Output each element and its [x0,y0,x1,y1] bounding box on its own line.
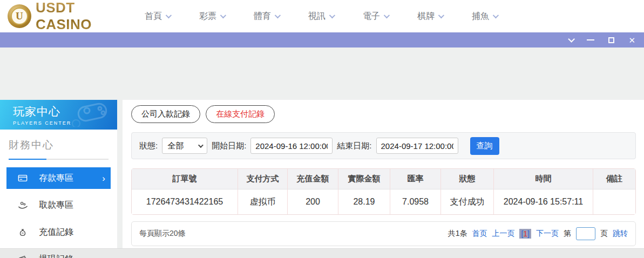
finance-section: 財務中心 [0,130,117,160]
pagination: 共1条 首页 上一页 [1] 下一页 第 页 跳转 [448,227,628,240]
nav-item-label: 電子 [363,11,380,22]
chevron-down-icon [329,12,335,18]
table-row: 1726473431422165 虚拟币 200 28.19 7.0958 支付… [132,189,635,214]
current-page-indicator: [1] [519,229,531,239]
chevron-down-icon [220,12,226,18]
sidebar-item-withdraw[interactable]: 取款專區 [0,194,117,216]
sidebar-header: 玩家中心 PLAYERS CENTER [0,100,117,130]
coin-letter: U [11,8,28,25]
first-page-link[interactable]: 首页 [472,229,487,239]
current-page-number: 1 [523,229,527,238]
window-collapse-icon[interactable] [568,36,575,43]
records-table: 訂單號 支付方式 充值金額 實際金額 匯率 狀態 時間 備註 172647343… [131,168,636,215]
end-date-label: 結束日期: [337,141,371,151]
chevron-down-icon [493,12,499,18]
tab-online-payment-record[interactable]: 在線支付記錄 [206,105,275,123]
sidebar-item-deposit[interactable]: 存款專區 › [6,167,111,189]
end-date-input[interactable] [376,138,458,154]
wallet-icon [17,254,28,258]
window-maximize-icon[interactable] [608,37,614,43]
sidebar-item-label: 充值記錄 [39,227,73,238]
sidebar-item-label: 存款專區 [39,173,73,184]
empty-banner-area [0,47,644,100]
main-nav: 首頁 彩票 體育 視訊 電子 棋牌 捕魚 [145,11,497,22]
chevron-right-icon: › [102,174,105,183]
filter-bar: 狀態: 全部 開始日期: 結束日期: 查詢 [131,132,636,159]
nav-item-label: 視訊 [308,11,326,22]
sidebar-menu: 存款專區 › 取款專區 充值記錄 提現記錄 [0,167,117,258]
window-minimize-icon[interactable] [587,39,594,40]
chevron-down-icon [166,12,172,18]
prev-page-link[interactable]: 上一页 [492,229,514,239]
cell-rate: 7.0958 [390,189,440,214]
sidebar: 玩家中心 PLAYERS CENTER 財務中心 存款專區 › 取款專區 [0,100,117,248]
bank-card-icon [17,173,28,184]
col-header-actual-amount: 實際金額 [338,169,390,189]
start-date-label: 開始日期: [212,141,246,151]
start-date-input[interactable] [250,138,333,154]
cell-remark [593,189,635,214]
section-underline [9,159,109,160]
chevron-down-icon [384,12,390,18]
sidebar-item-withdraw-record[interactable]: 提現記錄 [0,248,117,258]
bracket-close: ] [527,229,530,238]
search-button[interactable]: 查詢 [470,137,499,155]
logo[interactable]: U USDT CASINO [0,0,135,33]
col-header-time: 時間 [493,169,593,189]
cell-time: 2024-09-16 15:57:11 [493,189,593,214]
status-select-value: 全部 [167,141,184,151]
record-tabs: 公司入款記錄 在線支付記錄 [131,105,636,123]
sidebar-divider [117,100,123,248]
tab-company-deposit-record[interactable]: 公司入款記錄 [131,105,200,123]
jump-prefix-label: 第 [564,229,571,239]
finance-section-title: 財務中心 [9,138,109,159]
money-bag-icon [17,227,28,237]
cell-status: 支付成功 [440,189,493,214]
next-page-link[interactable]: 下一页 [536,229,559,239]
cell-pay-method: 虚拟币 [238,189,287,214]
nav-item-label: 體育 [254,11,271,22]
chevron-down-icon [438,12,444,18]
col-header-recharge-amount: 充值金額 [287,169,338,189]
nav-item-slots[interactable]: 電子 [363,11,388,22]
cell-order-no: 1726473431422165 [132,189,238,214]
page-size-text: 每頁顯示20條 [139,229,186,239]
nav-item-sports[interactable]: 體育 [254,11,279,22]
page-jump-input[interactable] [576,227,595,240]
col-header-status: 狀態 [440,169,493,189]
hand-money-icon [17,200,28,211]
col-header-rate: 匯率 [390,169,440,189]
cell-recharge-amount: 200 [287,189,338,214]
nav-item-label: 棋牌 [417,11,435,22]
jump-suffix-label: 页 [600,229,608,239]
gamepad-icon [69,102,112,127]
window-close-icon[interactable]: ✕ [628,36,635,44]
logo-text: USDT CASINO [36,0,135,33]
nav-item-label: 捕魚 [472,11,489,22]
nav-item-label: 彩票 [199,11,216,22]
sidebar-item-label: 提現記錄 [39,254,73,258]
nav-item-fishing[interactable]: 捕魚 [472,11,497,22]
jump-button[interactable]: 跳转 [613,229,628,239]
nav-item-lottery[interactable]: 彩票 [199,11,225,22]
chevron-down-icon [275,12,281,18]
col-header-pay-method: 支付方式 [238,169,287,189]
table-header-row: 訂單號 支付方式 充值金額 實際金額 匯率 狀態 時間 備註 [132,169,635,189]
top-header: U USDT CASINO 首頁 彩票 體育 視訊 電子 棋牌 捕魚 [0,0,644,32]
status-label: 狀態: [139,141,158,151]
col-header-order-no: 訂單號 [132,169,238,189]
cell-actual-amount: 28.19 [338,189,390,214]
table-footer: 每頁顯示20條 共1条 首页 上一页 [1] 下一页 第 页 跳转 [131,221,636,246]
col-header-remark: 備註 [593,169,635,189]
main-content: 公司入款記錄 在線支付記錄 狀態: 全部 開始日期: 結束日期: 查詢 訂單號 [123,100,644,248]
nav-item-home[interactable]: 首頁 [145,11,170,22]
nav-item-poker[interactable]: 棋牌 [417,11,443,22]
sidebar-item-label: 取款專區 [39,200,73,211]
window-titlebar: ✕ [0,32,644,47]
coin-logo-icon: U [8,4,31,28]
status-select[interactable]: 全部 [162,138,207,154]
nav-item-label: 首頁 [145,11,162,22]
sidebar-item-recharge-record[interactable]: 充值記錄 [0,221,117,243]
nav-item-live[interactable]: 視訊 [308,11,334,22]
total-count-text: 共1条 [448,229,467,239]
